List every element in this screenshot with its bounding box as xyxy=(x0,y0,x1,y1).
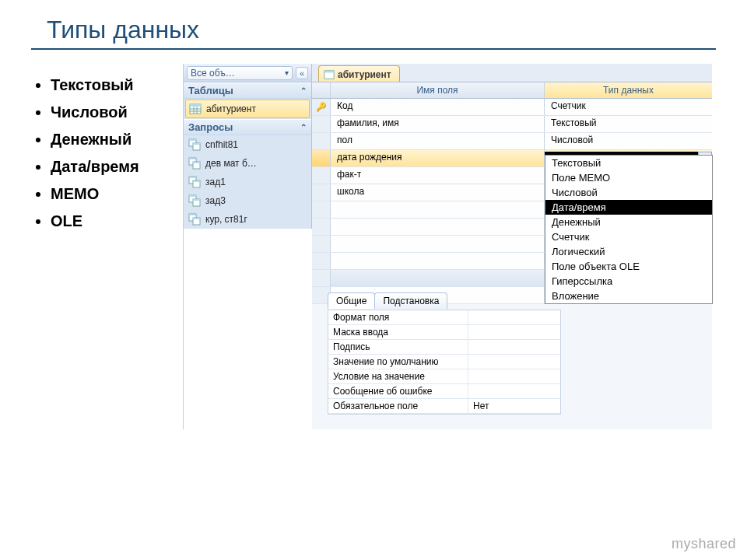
nav-header[interactable]: Все объ… ▾ « xyxy=(184,64,311,82)
property-value[interactable] xyxy=(468,384,560,398)
chevron-up-icon: ⌃ xyxy=(300,86,307,95)
field-name-cell[interactable]: пол xyxy=(331,133,545,149)
watermark: myshared xyxy=(672,536,736,552)
svg-rect-13 xyxy=(193,162,200,163)
svg-rect-25 xyxy=(193,218,200,219)
property-row[interactable]: Маска ввода xyxy=(328,325,560,340)
property-value[interactable]: Нет xyxy=(468,399,560,413)
property-tabs: Общие Подстановка xyxy=(328,292,447,309)
svg-rect-8 xyxy=(189,139,196,141)
field-name-cell[interactable]: школа xyxy=(331,184,545,201)
property-row[interactable]: Условие на значение xyxy=(328,369,560,384)
dropdown-item[interactable]: Денежный xyxy=(545,215,712,229)
property-tab-general[interactable]: Общие xyxy=(328,292,375,309)
property-label: Сообщение об ошибке xyxy=(328,384,468,398)
property-label: Подпись xyxy=(328,340,468,354)
nav-group-label: Запросы xyxy=(188,121,233,133)
field-name-cell[interactable]: Код xyxy=(331,99,545,115)
dropdown-item[interactable]: Вложение xyxy=(545,289,712,303)
svg-rect-27 xyxy=(324,71,334,73)
property-row[interactable]: Значение по умолчанию xyxy=(328,355,560,369)
nav-item-query[interactable]: зад3 xyxy=(184,191,311,210)
property-value[interactable] xyxy=(468,310,560,324)
nav-item-table[interactable]: абитуриент xyxy=(185,100,310,118)
dropdown-item[interactable]: Числовой xyxy=(545,185,712,200)
field-type-cell[interactable]: Числовой xyxy=(545,133,712,149)
svg-rect-12 xyxy=(189,158,196,159)
document-tabs: абитуриент xyxy=(312,64,712,82)
property-tab-lookup[interactable]: Подстановка xyxy=(374,292,447,309)
property-row[interactable]: Подпись xyxy=(328,340,560,355)
collapse-pane-button[interactable]: « xyxy=(296,67,308,79)
dropdown-item[interactable]: Гиперссылка xyxy=(545,274,712,289)
property-value[interactable] xyxy=(468,369,560,383)
property-row[interactable]: Сообщение об ошибке xyxy=(328,384,560,399)
bullet-item: OLE xyxy=(51,208,183,235)
field-name-cell[interactable]: фак-т xyxy=(331,167,545,184)
chevron-up-icon: ⌃ xyxy=(300,123,307,131)
bullet-item: Дата/время xyxy=(51,153,183,180)
chevron-down-icon: ▾ xyxy=(285,68,289,77)
property-value[interactable] xyxy=(468,325,560,339)
col-header-fieldname: Имя поля xyxy=(331,82,545,98)
nav-item-query[interactable]: cnfhit81 xyxy=(184,135,311,154)
property-label: Маска ввода xyxy=(328,325,468,339)
property-label: Формат поля xyxy=(328,310,468,324)
tab-label: абитуриент xyxy=(338,69,391,80)
nav-group-tables[interactable]: Таблицы ⌃ xyxy=(184,82,311,99)
bullet-item: Текстовый xyxy=(51,72,183,99)
property-value[interactable] xyxy=(468,340,560,354)
grid-row[interactable]: фамилия, имя Текстовый xyxy=(312,116,712,133)
primary-key-icon: 🔑 xyxy=(316,102,327,112)
grid-header-row: Имя поля Тип данных xyxy=(312,82,712,99)
bullet-item: Денежный xyxy=(51,126,183,153)
property-value[interactable] xyxy=(468,355,560,369)
field-type-cell[interactable]: Текстовый xyxy=(545,116,712,132)
property-label: Обязательное поле xyxy=(328,399,468,413)
field-type-cell[interactable]: Счетчик xyxy=(545,99,712,115)
field-name-cell[interactable]: дата рождения xyxy=(331,150,545,166)
svg-rect-20 xyxy=(189,195,196,197)
table-icon xyxy=(324,69,335,80)
query-icon xyxy=(188,176,201,188)
nav-item-label: зад3 xyxy=(205,195,226,206)
col-header-datatype: Тип данных xyxy=(545,82,712,98)
property-label: Условие на значение xyxy=(328,369,468,383)
nav-combo[interactable]: Все объ… ▾ xyxy=(187,66,293,80)
nav-item-query[interactable]: дев мат б… xyxy=(184,154,311,173)
bullet-item: MEMO xyxy=(51,180,183,208)
dropdown-item-highlighted[interactable]: Дата/время xyxy=(545,200,712,215)
nav-item-query[interactable]: кур, ст81г xyxy=(184,210,311,229)
query-icon xyxy=(188,157,201,170)
svg-rect-16 xyxy=(189,177,196,178)
table-icon xyxy=(189,103,202,115)
svg-rect-24 xyxy=(189,214,196,215)
row-selector-header xyxy=(312,82,331,98)
bullet-item: Числовой xyxy=(51,99,183,126)
dropdown-item[interactable]: Счетчик xyxy=(545,229,712,244)
dropdown-item[interactable]: Текстовый xyxy=(545,156,712,170)
design-area: абитуриент Имя поля Тип данных 🔑 Код Сче… xyxy=(312,64,712,429)
property-row[interactable]: Обязательное полеНет xyxy=(328,399,560,414)
dropdown-item[interactable]: Логический xyxy=(545,244,712,259)
datatype-dropdown[interactable]: Текстовый Поле MEMO Числовой Дата/время … xyxy=(545,155,713,304)
field-name-cell[interactable]: фамилия, имя xyxy=(331,116,545,132)
svg-rect-1 xyxy=(190,104,201,107)
navigation-pane: Все объ… ▾ « Таблицы ⌃ абитуриент Запрос… xyxy=(184,64,312,229)
nav-item-query[interactable]: зад1 xyxy=(184,173,311,191)
dropdown-item[interactable]: Поле MEMO xyxy=(545,170,712,185)
nav-item-label: дев мат б… xyxy=(205,158,257,169)
dropdown-item[interactable]: Поле объекта OLE xyxy=(545,259,712,274)
tab-table[interactable]: абитуриент xyxy=(318,65,400,82)
grid-row[interactable]: 🔑 Код Счетчик xyxy=(312,99,712,116)
access-window: Все объ… ▾ « Таблицы ⌃ абитуриент Запрос… xyxy=(183,64,712,429)
property-row[interactable]: Формат поля xyxy=(328,310,560,325)
nav-group-queries[interactable]: Запросы ⌃ xyxy=(184,119,311,135)
property-grid: Формат поля Маска ввода Подпись Значение… xyxy=(328,310,561,415)
query-icon xyxy=(188,138,201,151)
property-label: Значение по умолчанию xyxy=(328,355,468,369)
grid-row[interactable]: пол Числовой xyxy=(312,133,712,150)
nav-combo-label: Все объ… xyxy=(191,68,235,79)
svg-rect-21 xyxy=(193,199,200,201)
nav-item-label: кур, ст81г xyxy=(205,214,247,225)
